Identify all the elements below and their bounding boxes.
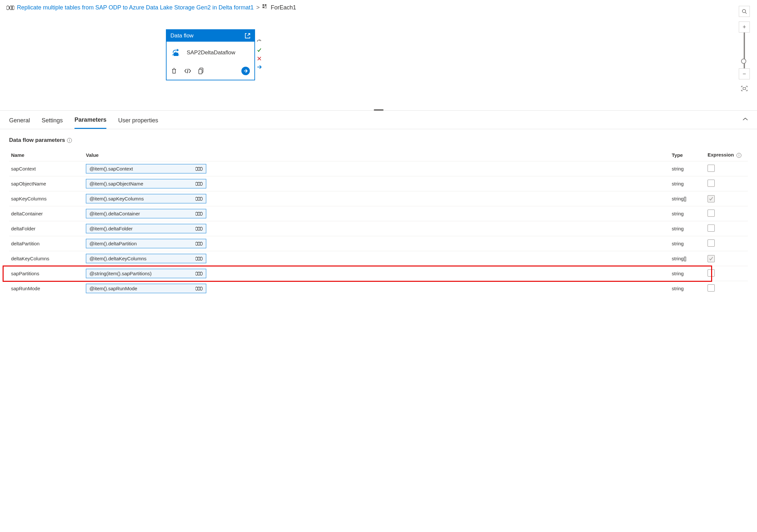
breadcrumb-current: ForEach1 [271,4,296,11]
svg-rect-6 [265,7,266,8]
param-name: sapObjectName [9,176,84,191]
expression-text: @item().deltaContainer [89,211,140,216]
autofit-icon[interactable] [741,86,747,92]
svg-rect-11 [199,69,202,74]
zoom-thumb[interactable] [741,59,746,64]
copy-icon[interactable] [198,68,204,74]
dataflow-activity-card[interactable]: Data flow SAP2DeltaDataflow [166,29,255,80]
failure-icon[interactable] [257,56,262,61]
expression-checkbox[interactable] [708,284,715,292]
svg-rect-20 [196,197,198,201]
svg-rect-9 [174,53,178,56]
svg-rect-16 [200,167,202,171]
expression-checkbox[interactable] [708,269,715,277]
expression-input[interactable]: @item().deltaKeyColumns [86,254,206,263]
info-icon[interactable]: i [737,153,742,158]
col-header-type: Type [670,149,706,161]
expression-text: @item().deltaKeyColumns [89,256,146,261]
table-row: deltaKeyColumns@item().deltaKeyColumnsst… [9,251,748,266]
tab-settings[interactable]: Settings [42,117,63,129]
section-title: Data flow parameters i [9,137,748,143]
pipeline-icon[interactable] [196,256,203,261]
breadcrumb-separator: > [257,4,260,11]
expression-checkbox[interactable] [708,225,715,232]
param-name: deltaFolder [9,221,84,236]
search-icon[interactable] [739,6,750,17]
expression-checkbox[interactable] [708,180,715,187]
skip-icon[interactable] [257,64,262,70]
table-row: deltaContainer@item().deltaContainerstri… [9,206,748,221]
pipeline-icon[interactable] [196,286,203,291]
zoom-slider[interactable] [744,33,745,68]
pipeline-icon[interactable] [196,197,203,201]
svg-rect-29 [196,242,198,245]
expression-input[interactable]: @item().sapKeyColumns [86,194,206,203]
param-expression-cell [706,176,748,191]
expression-input[interactable]: @item().sapRunMode [86,284,206,293]
param-expression-cell [706,281,748,296]
collapse-panel-icon[interactable] [743,116,748,122]
expression-text: @item().deltaFolder [89,226,133,231]
delete-icon[interactable] [171,68,177,74]
expression-input[interactable]: @item().sapContext [86,164,206,173]
run-icon[interactable] [241,67,250,75]
expression-input[interactable]: @string(item().sapPartitions) [86,269,206,278]
expression-checkbox[interactable] [708,239,715,247]
col-header-name: Name [9,149,84,161]
param-value-cell: @item().sapKeyColumns [84,191,670,206]
svg-rect-2 [12,6,14,10]
tab-general[interactable]: General [9,117,30,129]
pipeline-icon[interactable] [196,227,203,231]
pipeline-icon[interactable] [196,167,203,171]
param-value-cell: @item().deltaFolder [84,221,670,236]
pipeline-icon[interactable] [196,241,203,246]
expression-input[interactable]: @item().deltaContainer [86,209,206,218]
param-expression-cell [706,221,748,236]
svg-rect-19 [200,182,202,185]
param-expression-cell [706,236,748,251]
expression-checkbox[interactable] [708,209,715,217]
param-type: string [670,281,706,296]
dataflow-icon [171,47,182,58]
table-row: sapKeyColumns@item().sapKeyColumnsstring… [9,191,748,206]
tab-parameters[interactable]: Parameters [75,116,106,129]
expression-checkbox [708,195,715,203]
info-icon[interactable]: i [67,138,72,143]
success-icon[interactable] [257,47,262,53]
expression-input[interactable]: @item().deltaPartition [86,239,206,248]
svg-rect-3 [262,4,264,6]
expression-text: @item().sapKeyColumns [89,196,144,202]
parameters-table: Name Value Type Expression i sapContext@… [9,149,748,296]
tab-user-properties[interactable]: User properties [118,117,158,129]
foreach-icon [262,4,268,12]
expression-input[interactable]: @item().sapObjectName [86,179,206,188]
param-type: string [670,266,706,281]
param-value-cell: @item().deltaContainer [84,206,670,221]
col-header-value: Value [84,149,670,161]
zoom-out-icon[interactable]: − [739,68,750,79]
pipeline-icon[interactable] [196,211,203,216]
svg-rect-31 [200,242,202,245]
svg-rect-22 [200,197,202,201]
param-name: sapKeyColumns [9,191,84,206]
pipeline-icon[interactable] [196,271,203,276]
param-expression-cell [706,266,748,281]
svg-rect-35 [196,272,198,275]
expression-checkbox[interactable] [708,165,715,172]
open-external-icon[interactable] [245,33,251,39]
svg-rect-36 [198,272,200,275]
param-value-cell: @string(item().sapPartitions) [84,266,670,281]
param-type: string [670,236,706,251]
expression-input[interactable]: @item().deltaFolder [86,224,206,233]
table-row: deltaPartition@item().deltaPartitionstri… [9,236,748,251]
svg-rect-23 [196,212,198,215]
zoom-in-icon[interactable]: + [739,21,750,33]
design-canvas[interactable]: Replicate multiple tables from SAP ODP t… [0,0,757,110]
svg-rect-37 [200,272,202,275]
breadcrumb-pipeline-link[interactable]: Replicate multiple tables from SAP ODP t… [17,4,254,11]
code-icon[interactable] [184,68,191,74]
svg-rect-39 [198,287,200,290]
pipeline-icon[interactable] [196,181,203,186]
retry-icon[interactable] [257,39,262,44]
svg-rect-26 [196,227,198,230]
